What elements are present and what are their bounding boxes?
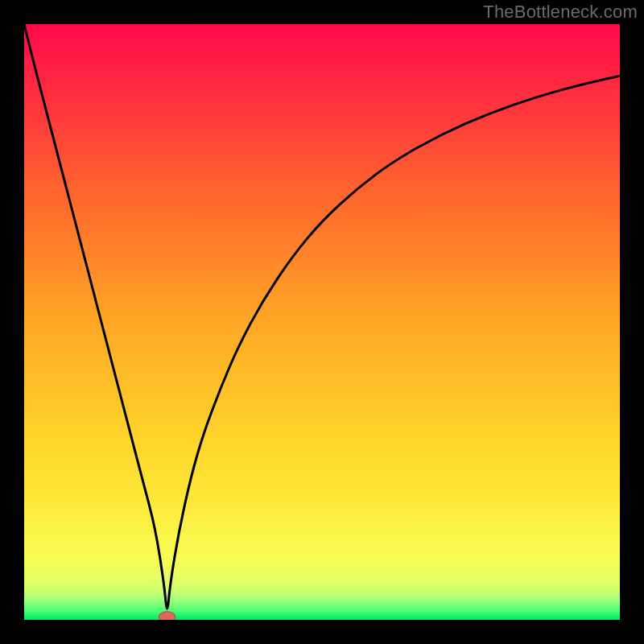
- chart-svg: [24, 24, 620, 620]
- chart-frame: TheBottleneck.com: [0, 0, 644, 644]
- gradient-background: [24, 24, 620, 620]
- plot-area: [24, 24, 620, 620]
- optimum-marker: [159, 612, 175, 620]
- watermark-text: TheBottleneck.com: [483, 2, 638, 23]
